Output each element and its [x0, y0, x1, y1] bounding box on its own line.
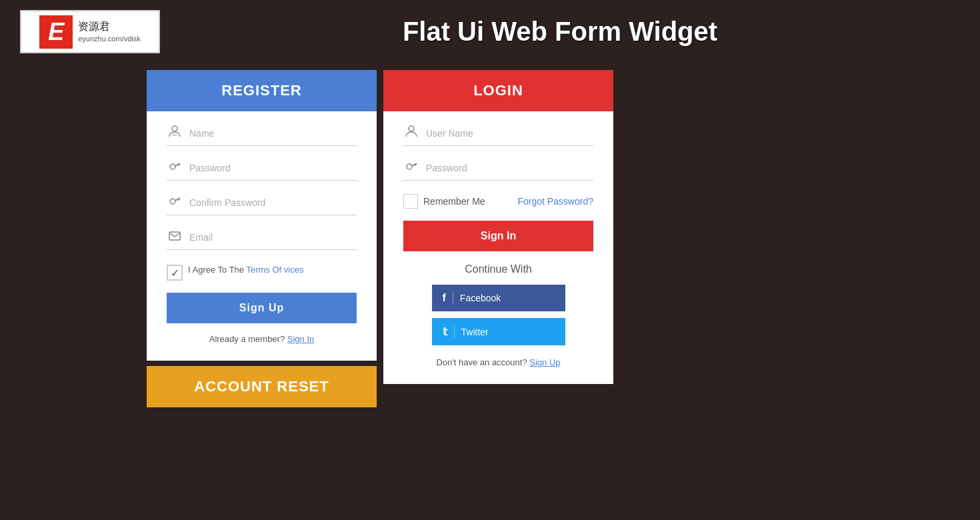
login-signup-link[interactable]: Sign Up — [529, 357, 560, 367]
terms-link[interactable]: Terms Of vices — [246, 265, 303, 275]
continue-with-label: Continue With — [403, 263, 593, 275]
page-header: E 资源君 eyunzhu.com/vdisk Flat Ui Web Form… — [0, 0, 980, 63]
left-column: REGISTER — [147, 70, 377, 407]
logo: E 资源君 eyunzhu.com/vdisk — [20, 10, 160, 53]
svg-point-12 — [407, 164, 412, 169]
svg-rect-1 — [172, 135, 177, 135]
register-body: ✓ I Agree To The Terms Of vices Sign Up … — [147, 111, 377, 361]
remember-row: Remember Me Forgot Password? — [403, 194, 593, 209]
twitter-icon: 𝕥 — [443, 325, 455, 338]
svg-rect-0 — [172, 126, 177, 131]
signin-link[interactable]: Sign In — [287, 334, 314, 344]
username-field-group — [403, 125, 593, 146]
login-key-icon — [403, 159, 419, 176]
social-buttons: f Facebook 𝕥 Twitter — [403, 285, 593, 345]
account-reset-card: ACCOUNT RESET — [147, 366, 377, 407]
name-field-group — [167, 125, 357, 146]
register-header: REGISTER — [147, 70, 377, 111]
confirm-password-field-group — [167, 194, 357, 215]
register-card: REGISTER — [147, 70, 377, 361]
svg-rect-11 — [409, 126, 414, 131]
terms-row: ✓ I Agree To The Terms Of vices — [167, 263, 357, 281]
password-field-group — [167, 159, 357, 181]
person-icon — [167, 125, 183, 141]
svg-point-6 — [170, 199, 175, 204]
login-card: LOGIN — [383, 70, 613, 384]
username-input[interactable] — [426, 125, 593, 141]
confirm-password-input[interactable] — [189, 195, 357, 211]
key-icon — [167, 159, 183, 176]
account-reset-header: ACCOUNT RESET — [147, 366, 377, 407]
facebook-label: Facebook — [460, 293, 501, 303]
logo-text: 资源君 eyunzhu.com/vdisk — [78, 19, 141, 45]
remember-left: Remember Me — [403, 194, 485, 209]
email-icon — [167, 229, 183, 245]
twitter-label: Twitter — [461, 327, 489, 337]
forgot-password-link[interactable]: Forgot Password? — [517, 196, 593, 207]
logo-url: eyunzhu.com/vdisk — [78, 34, 141, 44]
email-input[interactable] — [189, 229, 357, 245]
terms-checkbox[interactable]: ✓ — [167, 265, 183, 281]
main-content: REGISTER — [0, 63, 980, 414]
facebook-icon: f — [443, 292, 453, 304]
svg-rect-10 — [169, 232, 180, 240]
login-header: LOGIN — [383, 70, 613, 111]
twitter-button[interactable]: 𝕥 Twitter — [432, 318, 565, 345]
login-body: Remember Me Forgot Password? Sign In Con… — [383, 111, 613, 384]
signin-button[interactable]: Sign In — [403, 221, 593, 251]
terms-text: I Agree To The Terms Of vices — [188, 263, 303, 277]
page-title: Flat Ui Web Form Widget — [160, 17, 960, 47]
logo-letter: E — [39, 15, 73, 49]
email-field-group — [167, 229, 357, 250]
name-input[interactable] — [189, 125, 357, 141]
logo-zh: 资源君 — [78, 19, 141, 34]
remember-checkbox[interactable] — [403, 194, 418, 209]
user-icon — [403, 125, 419, 141]
register-password-input[interactable] — [189, 160, 357, 176]
already-member-text: Already a member? Sign In — [167, 334, 357, 344]
no-account-text: Don't have an account? Sign Up — [403, 357, 593, 367]
remember-label: Remember Me — [423, 196, 485, 207]
facebook-button[interactable]: f Facebook — [432, 285, 565, 311]
login-password-field-group — [403, 159, 593, 181]
key-confirm-icon — [167, 194, 183, 211]
svg-point-2 — [170, 164, 175, 169]
signup-button[interactable]: Sign Up — [167, 293, 357, 323]
login-password-input[interactable] — [426, 160, 593, 176]
